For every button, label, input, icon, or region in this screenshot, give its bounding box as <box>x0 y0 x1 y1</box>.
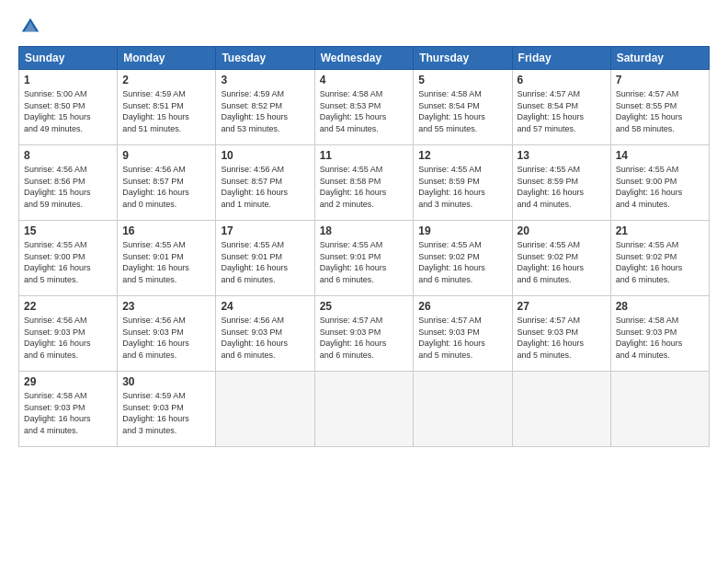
day-number: 8 <box>24 149 112 162</box>
day-number: 2 <box>122 74 210 86</box>
day-number: 10 <box>221 149 309 162</box>
day-number: 20 <box>518 224 606 237</box>
day-number: 16 <box>122 224 210 237</box>
day-info: Sunrise: 4:57 AM Sunset: 8:55 PM Dayligh… <box>616 88 704 134</box>
header <box>18 17 710 37</box>
calendar-day-cell: 19Sunrise: 4:55 AM Sunset: 9:02 PM Dayli… <box>414 221 512 296</box>
calendar-week-row: 15Sunrise: 4:55 AM Sunset: 9:00 PM Dayli… <box>19 221 710 296</box>
calendar-day-cell: 25Sunrise: 4:57 AM Sunset: 9:03 PM Dayli… <box>314 296 414 372</box>
day-number: 25 <box>320 300 409 313</box>
calendar-week-row: 1Sunrise: 5:00 AM Sunset: 8:50 PM Daylig… <box>19 70 710 145</box>
day-info: Sunrise: 4:56 AM Sunset: 9:03 PM Dayligh… <box>122 315 210 361</box>
day-info: Sunrise: 4:59 AM Sunset: 8:51 PM Dayligh… <box>122 88 210 134</box>
calendar-day-cell: 17Sunrise: 4:55 AM Sunset: 9:01 PM Dayli… <box>216 221 314 296</box>
calendar-table: SundayMondayTuesdayWednesdayThursdayFrid… <box>18 46 710 447</box>
day-info: Sunrise: 4:57 AM Sunset: 9:03 PM Dayligh… <box>320 315 409 361</box>
day-number: 7 <box>616 74 704 86</box>
day-number: 6 <box>518 74 606 86</box>
calendar-day-cell: 7Sunrise: 4:57 AM Sunset: 8:55 PM Daylig… <box>610 70 709 145</box>
calendar-day-cell <box>216 372 314 447</box>
calendar-day-cell: 8Sunrise: 4:56 AM Sunset: 8:56 PM Daylig… <box>19 145 118 221</box>
calendar-day-cell: 28Sunrise: 4:58 AM Sunset: 9:03 PM Dayli… <box>610 296 709 372</box>
calendar-day-cell: 1Sunrise: 5:00 AM Sunset: 8:50 PM Daylig… <box>19 70 118 145</box>
calendar-day-cell <box>414 372 512 447</box>
day-number: 27 <box>518 300 606 313</box>
calendar-day-cell: 14Sunrise: 4:55 AM Sunset: 9:00 PM Dayli… <box>610 145 709 221</box>
calendar-day-cell: 23Sunrise: 4:56 AM Sunset: 9:03 PM Dayli… <box>118 296 216 372</box>
day-info: Sunrise: 4:55 AM Sunset: 8:58 PM Dayligh… <box>320 164 409 210</box>
day-info: Sunrise: 4:58 AM Sunset: 9:03 PM Dayligh… <box>24 390 112 436</box>
day-number: 17 <box>221 224 309 237</box>
day-number: 3 <box>221 74 309 86</box>
day-info: Sunrise: 4:55 AM Sunset: 9:02 PM Dayligh… <box>418 239 506 285</box>
day-info: Sunrise: 4:55 AM Sunset: 9:00 PM Dayligh… <box>24 239 112 285</box>
day-number: 24 <box>221 300 309 313</box>
page: SundayMondayTuesdayWednesdayThursdayFrid… <box>0 0 728 563</box>
day-info: Sunrise: 4:56 AM Sunset: 8:57 PM Dayligh… <box>122 164 210 210</box>
day-info: Sunrise: 4:57 AM Sunset: 8:54 PM Dayligh… <box>518 88 606 134</box>
calendar-day-header: Tuesday <box>216 47 314 70</box>
calendar-day-cell: 3Sunrise: 4:59 AM Sunset: 8:52 PM Daylig… <box>216 70 314 145</box>
day-number: 18 <box>320 224 409 237</box>
day-info: Sunrise: 4:55 AM Sunset: 9:01 PM Dayligh… <box>320 239 409 285</box>
calendar-day-header: Monday <box>118 47 216 70</box>
day-info: Sunrise: 4:59 AM Sunset: 9:03 PM Dayligh… <box>122 390 210 436</box>
day-number: 11 <box>320 149 409 162</box>
calendar-day-cell: 10Sunrise: 4:56 AM Sunset: 8:57 PM Dayli… <box>216 145 314 221</box>
calendar-day-cell: 26Sunrise: 4:57 AM Sunset: 9:03 PM Dayli… <box>414 296 512 372</box>
day-info: Sunrise: 4:56 AM Sunset: 9:03 PM Dayligh… <box>221 315 309 361</box>
day-number: 19 <box>418 224 506 237</box>
calendar-day-cell: 20Sunrise: 4:55 AM Sunset: 9:02 PM Dayli… <box>512 221 610 296</box>
calendar-header-row: SundayMondayTuesdayWednesdayThursdayFrid… <box>19 47 710 70</box>
day-info: Sunrise: 4:56 AM Sunset: 8:56 PM Dayligh… <box>24 164 112 210</box>
day-number: 26 <box>418 300 506 313</box>
calendar-day-cell: 6Sunrise: 4:57 AM Sunset: 8:54 PM Daylig… <box>512 70 610 145</box>
calendar-day-cell: 29Sunrise: 4:58 AM Sunset: 9:03 PM Dayli… <box>19 372 118 447</box>
calendar-day-cell: 11Sunrise: 4:55 AM Sunset: 8:58 PM Dayli… <box>314 145 414 221</box>
day-number: 4 <box>320 74 409 86</box>
day-info: Sunrise: 4:55 AM Sunset: 9:01 PM Dayligh… <box>221 239 309 285</box>
calendar-day-cell <box>610 372 709 447</box>
calendar-day-cell: 9Sunrise: 4:56 AM Sunset: 8:57 PM Daylig… <box>118 145 216 221</box>
day-number: 22 <box>24 300 112 313</box>
day-number: 14 <box>616 149 704 162</box>
day-number: 5 <box>418 74 506 86</box>
calendar-week-row: 8Sunrise: 4:56 AM Sunset: 8:56 PM Daylig… <box>19 145 710 221</box>
day-number: 29 <box>24 375 112 388</box>
calendar-day-header: Thursday <box>414 47 512 70</box>
calendar-day-cell: 15Sunrise: 4:55 AM Sunset: 9:00 PM Dayli… <box>19 221 118 296</box>
calendar-day-cell: 2Sunrise: 4:59 AM Sunset: 8:51 PM Daylig… <box>118 70 216 145</box>
day-number: 12 <box>418 149 506 162</box>
calendar-day-cell: 13Sunrise: 4:55 AM Sunset: 8:59 PM Dayli… <box>512 145 610 221</box>
calendar-day-header: Saturday <box>610 47 709 70</box>
day-info: Sunrise: 4:56 AM Sunset: 9:03 PM Dayligh… <box>24 315 112 361</box>
day-info: Sunrise: 4:57 AM Sunset: 9:03 PM Dayligh… <box>418 315 506 361</box>
calendar-day-cell: 24Sunrise: 4:56 AM Sunset: 9:03 PM Dayli… <box>216 296 314 372</box>
calendar-day-cell: 30Sunrise: 4:59 AM Sunset: 9:03 PM Dayli… <box>118 372 216 447</box>
day-info: Sunrise: 4:55 AM Sunset: 9:02 PM Dayligh… <box>518 239 606 285</box>
day-number: 1 <box>24 74 112 86</box>
day-number: 21 <box>616 224 704 237</box>
day-number: 15 <box>24 224 112 237</box>
calendar-day-cell: 16Sunrise: 4:55 AM Sunset: 9:01 PM Dayli… <box>118 221 216 296</box>
calendar-day-cell: 18Sunrise: 4:55 AM Sunset: 9:01 PM Dayli… <box>314 221 414 296</box>
day-info: Sunrise: 4:57 AM Sunset: 9:03 PM Dayligh… <box>518 315 606 361</box>
calendar-week-row: 22Sunrise: 4:56 AM Sunset: 9:03 PM Dayli… <box>19 296 710 372</box>
calendar-day-cell: 4Sunrise: 4:58 AM Sunset: 8:53 PM Daylig… <box>314 70 414 145</box>
day-number: 9 <box>122 149 210 162</box>
calendar-day-cell: 5Sunrise: 4:58 AM Sunset: 8:54 PM Daylig… <box>414 70 512 145</box>
day-info: Sunrise: 4:58 AM Sunset: 8:54 PM Dayligh… <box>418 88 506 134</box>
calendar-day-cell <box>314 372 414 447</box>
day-info: Sunrise: 4:58 AM Sunset: 9:03 PM Dayligh… <box>616 315 704 361</box>
calendar-day-header: Wednesday <box>314 47 414 70</box>
day-info: Sunrise: 4:58 AM Sunset: 8:53 PM Dayligh… <box>320 88 409 134</box>
day-info: Sunrise: 5:00 AM Sunset: 8:50 PM Dayligh… <box>24 88 112 134</box>
calendar-day-cell: 22Sunrise: 4:56 AM Sunset: 9:03 PM Dayli… <box>19 296 118 372</box>
day-number: 28 <box>616 300 704 313</box>
day-number: 30 <box>122 375 210 388</box>
day-info: Sunrise: 4:55 AM Sunset: 9:01 PM Dayligh… <box>122 239 210 285</box>
day-info: Sunrise: 4:55 AM Sunset: 8:59 PM Dayligh… <box>418 164 506 210</box>
day-info: Sunrise: 4:59 AM Sunset: 8:52 PM Dayligh… <box>221 88 309 134</box>
calendar-day-cell: 12Sunrise: 4:55 AM Sunset: 8:59 PM Dayli… <box>414 145 512 221</box>
logo-icon <box>20 17 40 37</box>
